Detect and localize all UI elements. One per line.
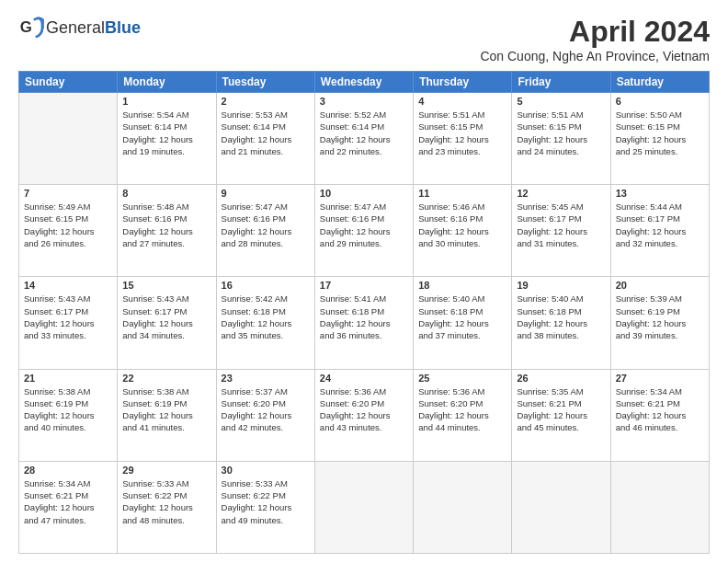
day-number: 12 xyxy=(517,188,605,199)
table-row: 20 Sunrise: 5:39 AM Sunset: 6:19 PM Dayl… xyxy=(610,277,709,369)
table-row xyxy=(512,461,610,553)
header-sunday: Sunday xyxy=(19,72,118,93)
table-row: 29 Sunrise: 5:33 AM Sunset: 6:22 PM Dayl… xyxy=(118,461,216,553)
svg-text:G: G xyxy=(20,18,32,36)
day-info: Sunrise: 5:38 AM Sunset: 6:19 PM Dayligh… xyxy=(24,385,112,434)
day-info: Sunrise: 5:43 AM Sunset: 6:17 PM Dayligh… xyxy=(122,293,210,341)
day-info: Sunrise: 5:44 AM Sunset: 6:17 PM Dayligh… xyxy=(616,201,704,249)
calendar-week-row: 7 Sunrise: 5:49 AM Sunset: 6:15 PM Dayli… xyxy=(19,185,710,277)
table-row: 15 Sunrise: 5:43 AM Sunset: 6:17 PM Dayl… xyxy=(118,277,216,369)
table-row: 2 Sunrise: 5:53 AM Sunset: 6:14 PM Dayli… xyxy=(216,93,314,185)
day-number: 25 xyxy=(418,373,506,384)
day-number: 20 xyxy=(616,280,704,291)
table-row: 17 Sunrise: 5:41 AM Sunset: 6:18 PM Dayl… xyxy=(314,277,413,369)
day-info: Sunrise: 5:35 AM Sunset: 6:21 PM Dayligh… xyxy=(517,385,605,434)
day-info: Sunrise: 5:43 AM Sunset: 6:17 PM Dayligh… xyxy=(24,293,112,341)
calendar-week-row: 28 Sunrise: 5:34 AM Sunset: 6:21 PM Dayl… xyxy=(19,461,710,553)
day-number: 14 xyxy=(24,280,112,291)
header-wednesday: Wednesday xyxy=(314,72,413,93)
day-info: Sunrise: 5:33 AM Sunset: 6:22 PM Dayligh… xyxy=(122,477,210,526)
day-number: 23 xyxy=(222,373,310,384)
table-row: 10 Sunrise: 5:47 AM Sunset: 6:16 PM Dayl… xyxy=(314,185,413,277)
day-info: Sunrise: 5:49 AM Sunset: 6:15 PM Dayligh… xyxy=(24,201,112,249)
table-row: 4 Sunrise: 5:51 AM Sunset: 6:15 PM Dayli… xyxy=(414,93,512,185)
day-number: 27 xyxy=(616,373,704,384)
day-info: Sunrise: 5:41 AM Sunset: 6:18 PM Dayligh… xyxy=(320,293,408,341)
table-row: 28 Sunrise: 5:34 AM Sunset: 6:21 PM Dayl… xyxy=(19,461,118,553)
day-number: 1 xyxy=(122,96,210,107)
day-number: 22 xyxy=(122,373,210,384)
day-info: Sunrise: 5:34 AM Sunset: 6:21 PM Dayligh… xyxy=(24,477,112,526)
day-number: 7 xyxy=(24,188,112,199)
table-row: 26 Sunrise: 5:35 AM Sunset: 6:21 PM Dayl… xyxy=(512,369,610,461)
day-number: 9 xyxy=(222,188,310,199)
table-row: 8 Sunrise: 5:48 AM Sunset: 6:16 PM Dayli… xyxy=(118,185,216,277)
day-number: 2 xyxy=(222,96,310,107)
header: G GeneralBlue April 2024 Con Cuong, Nghe… xyxy=(18,15,710,63)
day-number: 17 xyxy=(320,280,408,291)
day-info: Sunrise: 5:47 AM Sunset: 6:16 PM Dayligh… xyxy=(222,201,310,249)
day-info: Sunrise: 5:37 AM Sunset: 6:20 PM Dayligh… xyxy=(222,385,310,434)
day-number: 19 xyxy=(517,280,605,291)
calendar-week-row: 14 Sunrise: 5:43 AM Sunset: 6:17 PM Dayl… xyxy=(19,277,710,369)
page: G GeneralBlue April 2024 Con Cuong, Nghe… xyxy=(0,0,728,563)
day-info: Sunrise: 5:42 AM Sunset: 6:18 PM Dayligh… xyxy=(222,293,310,341)
header-friday: Friday xyxy=(512,72,610,93)
title-block: April 2024 Con Cuong, Nghe An Province, … xyxy=(480,15,710,63)
table-row xyxy=(314,461,413,553)
table-row: 22 Sunrise: 5:38 AM Sunset: 6:19 PM Dayl… xyxy=(118,369,216,461)
table-row: 16 Sunrise: 5:42 AM Sunset: 6:18 PM Dayl… xyxy=(216,277,314,369)
month-title: April 2024 xyxy=(480,15,710,49)
day-info: Sunrise: 5:51 AM Sunset: 6:15 PM Dayligh… xyxy=(517,109,605,157)
day-info: Sunrise: 5:39 AM Sunset: 6:19 PM Dayligh… xyxy=(616,293,704,341)
location: Con Cuong, Nghe An Province, Vietnam xyxy=(480,49,710,63)
day-number: 10 xyxy=(320,188,408,199)
day-number: 28 xyxy=(24,465,112,476)
day-info: Sunrise: 5:52 AM Sunset: 6:14 PM Dayligh… xyxy=(320,109,408,157)
table-row: 24 Sunrise: 5:36 AM Sunset: 6:20 PM Dayl… xyxy=(314,369,413,461)
logo: G GeneralBlue xyxy=(18,15,141,40)
table-row: 25 Sunrise: 5:36 AM Sunset: 6:20 PM Dayl… xyxy=(414,369,512,461)
table-row: 13 Sunrise: 5:44 AM Sunset: 6:17 PM Dayl… xyxy=(610,185,709,277)
day-info: Sunrise: 5:54 AM Sunset: 6:14 PM Dayligh… xyxy=(122,109,210,157)
table-row: 18 Sunrise: 5:40 AM Sunset: 6:18 PM Dayl… xyxy=(414,277,512,369)
day-number: 30 xyxy=(222,465,310,476)
day-number: 13 xyxy=(616,188,704,199)
logo-blue-text: Blue xyxy=(105,18,141,38)
table-row: 11 Sunrise: 5:46 AM Sunset: 6:16 PM Dayl… xyxy=(414,185,512,277)
day-info: Sunrise: 5:48 AM Sunset: 6:16 PM Dayligh… xyxy=(122,201,210,249)
day-number: 26 xyxy=(517,373,605,384)
table-row: 5 Sunrise: 5:51 AM Sunset: 6:15 PM Dayli… xyxy=(512,93,610,185)
header-monday: Monday xyxy=(118,72,216,93)
table-row: 19 Sunrise: 5:40 AM Sunset: 6:18 PM Dayl… xyxy=(512,277,610,369)
table-row xyxy=(610,461,709,553)
table-row xyxy=(19,93,118,185)
day-info: Sunrise: 5:47 AM Sunset: 6:16 PM Dayligh… xyxy=(320,201,408,249)
calendar-header-row: Sunday Monday Tuesday Wednesday Thursday… xyxy=(19,72,710,93)
table-row: 21 Sunrise: 5:38 AM Sunset: 6:19 PM Dayl… xyxy=(19,369,118,461)
day-number: 5 xyxy=(517,96,605,107)
day-number: 21 xyxy=(24,373,112,384)
day-number: 15 xyxy=(122,280,210,291)
table-row xyxy=(414,461,512,553)
day-info: Sunrise: 5:50 AM Sunset: 6:15 PM Dayligh… xyxy=(616,109,704,157)
day-number: 6 xyxy=(616,96,704,107)
table-row: 27 Sunrise: 5:34 AM Sunset: 6:21 PM Dayl… xyxy=(610,369,709,461)
day-number: 4 xyxy=(418,96,506,107)
table-row: 30 Sunrise: 5:33 AM Sunset: 6:22 PM Dayl… xyxy=(216,461,314,553)
calendar-week-row: 1 Sunrise: 5:54 AM Sunset: 6:14 PM Dayli… xyxy=(19,93,710,185)
calendar-week-row: 21 Sunrise: 5:38 AM Sunset: 6:19 PM Dayl… xyxy=(19,369,710,461)
day-number: 3 xyxy=(320,96,408,107)
day-number: 11 xyxy=(418,188,506,199)
day-info: Sunrise: 5:33 AM Sunset: 6:22 PM Dayligh… xyxy=(222,477,310,526)
table-row: 7 Sunrise: 5:49 AM Sunset: 6:15 PM Dayli… xyxy=(19,185,118,277)
day-info: Sunrise: 5:53 AM Sunset: 6:14 PM Dayligh… xyxy=(222,109,310,157)
day-info: Sunrise: 5:36 AM Sunset: 6:20 PM Dayligh… xyxy=(320,385,408,434)
logo-icon: G xyxy=(18,15,44,40)
table-row: 23 Sunrise: 5:37 AM Sunset: 6:20 PM Dayl… xyxy=(216,369,314,461)
table-row: 1 Sunrise: 5:54 AM Sunset: 6:14 PM Dayli… xyxy=(118,93,216,185)
table-row: 14 Sunrise: 5:43 AM Sunset: 6:17 PM Dayl… xyxy=(19,277,118,369)
day-number: 8 xyxy=(122,188,210,199)
table-row: 3 Sunrise: 5:52 AM Sunset: 6:14 PM Dayli… xyxy=(314,93,413,185)
day-number: 18 xyxy=(418,280,506,291)
